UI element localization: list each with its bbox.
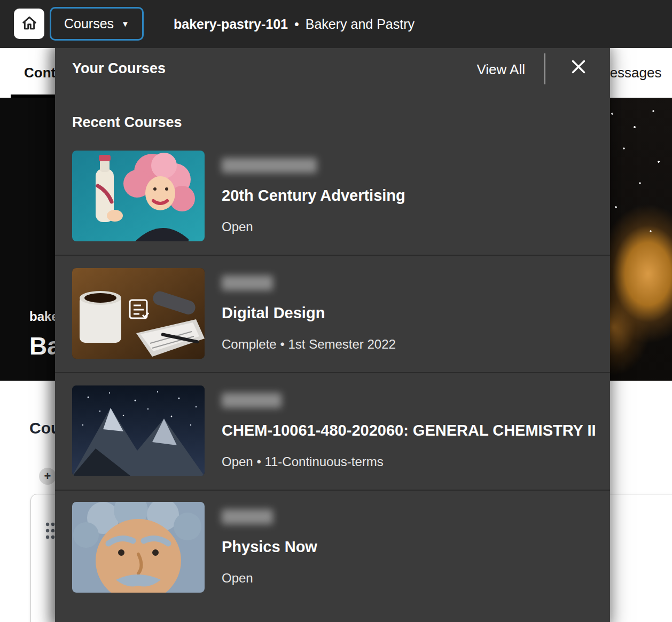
- course-thumbnail-digital-design: [72, 268, 205, 359]
- course-title[interactable]: CHEM-10061-480-202060: GENERAL CHEMISTRY…: [222, 421, 596, 440]
- course-status: Open: [222, 219, 253, 235]
- course-id-redacted: [222, 393, 282, 408]
- header-divider: [544, 53, 545, 84]
- close-button[interactable]: [566, 56, 591, 80]
- courses-menu-label: Courses: [64, 16, 114, 32]
- breadcrumb-separator: •: [294, 17, 299, 32]
- course-title[interactable]: Digital Design: [222, 303, 325, 322]
- breadcrumb: bakery-pastry-101 • Bakery and Pastry: [174, 0, 415, 48]
- course-title[interactable]: 20th Century Advertising: [222, 186, 405, 205]
- close-icon: [569, 57, 588, 78]
- course-thumbnail-mountains: [72, 385, 205, 476]
- course-title[interactable]: Physics Now: [222, 537, 317, 556]
- list-divider: [55, 255, 610, 256]
- top-navigation-bar: Courses ▼ bakery-pastry-101 • Bakery and…: [0, 0, 672, 48]
- course-id-redacted: [222, 509, 273, 524]
- course-thumbnail-advertising: [72, 151, 205, 241]
- chevron-down-icon: ▼: [121, 20, 129, 28]
- view-all-link[interactable]: View All: [476, 61, 525, 78]
- breadcrumb-course-id: bakery-pastry-101: [174, 17, 288, 32]
- course-card-general-chemistry[interactable]: CHEM-10061-480-202060: GENERAL CHEMISTRY…: [72, 385, 593, 476]
- your-courses-panel: Your Courses View All Recent Courses: [55, 38, 610, 622]
- home-button[interactable]: [14, 9, 44, 39]
- list-divider: [55, 372, 610, 373]
- panel-title: Your Courses: [72, 59, 166, 78]
- pastry-hero-image: [603, 98, 672, 381]
- plus-icon: +: [44, 469, 51, 483]
- home-icon: [21, 14, 38, 34]
- course-id-redacted: [222, 158, 317, 173]
- recent-courses-heading: Recent Courses: [72, 113, 182, 131]
- breadcrumb-course-name: Bakery and Pastry: [306, 17, 415, 32]
- drag-handle-icon[interactable]: [44, 521, 56, 542]
- course-status: Open: [222, 570, 253, 586]
- courses-menu-button[interactable]: Courses ▼: [50, 7, 144, 41]
- course-id-redacted: [222, 275, 273, 290]
- course-status: Complete • 1st Semester 2022: [222, 336, 396, 352]
- course-card-digital-design[interactable]: Digital Design Complete • 1st Semester 2…: [72, 268, 593, 359]
- add-content-button[interactable]: +: [39, 468, 56, 485]
- list-divider: [55, 490, 610, 491]
- course-status: Open • 11-Continuous-terms: [222, 454, 384, 470]
- course-card-physics-now[interactable]: Physics Now Open: [72, 502, 593, 593]
- screen: Content Messages bakery-pastry-101 Baker…: [0, 0, 672, 622]
- course-card-20th-century-advertising[interactable]: 20th Century Advertising Open: [72, 151, 593, 241]
- course-thumbnail-einstein: [72, 502, 205, 593]
